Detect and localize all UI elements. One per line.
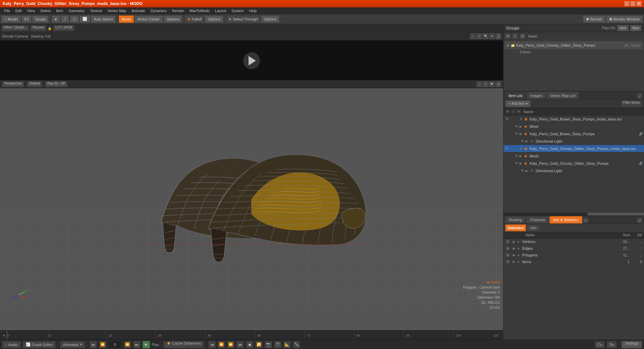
transport-record[interactable]: ⏺ <box>246 341 253 348</box>
item-eye-icon[interactable]: 👁 <box>514 154 519 158</box>
pass-new-btn[interactable]: New <box>617 25 629 31</box>
toolbar-render-btn[interactable]: ◉ Render <box>583 15 605 23</box>
co-btn[interactable]: Co <box>595 341 605 348</box>
preview-icon-3[interactable]: 🔍 <box>483 34 488 39</box>
item-row[interactable]: 👁 ▶ ◉ Katy_Perry_Gold_Brown_Sissy_Pumps … <box>503 130 644 138</box>
item-list-vis-icon[interactable]: 👁 <box>505 109 510 114</box>
menu-item[interactable]: Item <box>53 8 66 13</box>
stats-add-edges[interactable]: + <box>505 246 510 251</box>
transport-next-btn[interactable]: ⏩ <box>124 341 131 348</box>
timeline[interactable]: ◀ 0 10 24 36 48 60 <box>0 330 503 340</box>
groups-new-btn[interactable]: New <box>630 25 641 31</box>
transport-extra-5[interactable]: 📷 <box>265 341 272 348</box>
animated-btn[interactable]: Animated ▾ <box>60 341 85 348</box>
item-expand-icon[interactable]: ▼ <box>520 147 524 150</box>
transport-end-btn[interactable]: ⏭ <box>133 341 141 348</box>
toolbar-auto-select[interactable]: Auto Select <box>91 15 116 23</box>
transport-extra-6[interactable]: 🎬 <box>274 341 281 348</box>
stats-expand-polygons[interactable]: ▶ <box>513 253 517 257</box>
preview-canvas[interactable] <box>0 40 503 81</box>
viewport-perspective-btn[interactable]: Perspective <box>2 81 24 87</box>
tab-vertex-map-list[interactable]: Vertex Map List <box>546 92 579 99</box>
menu-select[interactable]: Select <box>38 8 53 13</box>
menu-texture[interactable]: Texture <box>88 8 105 13</box>
transport-extra-8[interactable]: 🔧 <box>293 341 300 348</box>
item-expand-icon[interactable]: ▶ <box>526 140 530 143</box>
tab-images[interactable]: Images <box>527 92 546 99</box>
item-row[interactable]: 👁 ▶ ◉ Mesh <box>503 123 644 130</box>
item-eye-icon[interactable]: 👁 <box>514 124 519 129</box>
transport-loop[interactable]: 🔁 <box>255 341 263 348</box>
item-expand-icon[interactable]: ▶ <box>520 162 524 165</box>
group-expand-icon[interactable]: ▶ <box>507 44 509 47</box>
audio-btn[interactable]: ♪ Audio <box>2 341 21 348</box>
menu-animate[interactable]: Animate <box>129 8 148 13</box>
cache-deformers-btn[interactable]: ⚡ Cache Deformers <box>163 341 204 348</box>
viewport-raygl-btn[interactable]: Ray GL: Off <box>45 81 67 87</box>
add-item-btn[interactable]: + Add Item ▾ <box>505 100 531 107</box>
menu-edit[interactable]: Edit <box>13 8 24 13</box>
transport-extra-2[interactable]: ⏪ <box>218 341 225 348</box>
menu-file[interactable]: File <box>1 8 13 13</box>
item-expand-icon[interactable]: ▶ <box>520 154 524 158</box>
transport-extra-7[interactable]: 📐 <box>283 341 291 348</box>
toolbar-f2-btn[interactable]: F2 <box>21 15 32 23</box>
toolbar-select-polys[interactable]: ◻ <box>70 15 79 23</box>
item-list-expand-all-icon[interactable]: + <box>511 109 516 114</box>
preview-icon-2[interactable]: ↺ <box>477 34 482 39</box>
stats-row-polygons[interactable]: + ▶ ▶ Polygons 11... ... <box>503 252 644 259</box>
item-row[interactable]: 👁 ▶ ☀ Directional Light <box>503 138 644 145</box>
item-list-scrollbar-thumb[interactable] <box>588 213 644 215</box>
menu-help[interactable]: Help <box>247 8 260 13</box>
item-row[interactable]: 👁 ▼ ▣ Katy_Perry_Gold_Brown_Sissy_Pumps_… <box>503 115 644 123</box>
item-list-scrollbar[interactable] <box>503 213 644 215</box>
item-eye-icon[interactable]: 👁 <box>520 168 525 173</box>
menu-maxtomode[interactable]: MaxToModo <box>187 8 212 13</box>
toolbar-model-icon[interactable]: ⌂ Model <box>1 15 21 23</box>
item-eye-icon[interactable]: 👁 <box>505 117 509 121</box>
viewport-settings-icon[interactable]: ⚙ <box>496 82 501 87</box>
stats-expand-edges[interactable]: ▶ <box>513 247 517 250</box>
minimize-button[interactable]: − <box>625 1 629 6</box>
viewport-default-btn[interactable]: Default <box>27 81 42 87</box>
filter-items-input[interactable]: Filter Items <box>621 100 642 107</box>
restore-button[interactable]: □ <box>631 1 635 6</box>
toolbar-options-2-btn[interactable]: Options <box>205 15 223 23</box>
groups-settings-icon[interactable]: ⚙ <box>520 33 526 39</box>
panel-expand-btn[interactable]: ⤢ <box>637 217 643 223</box>
frame-input[interactable] <box>108 341 122 348</box>
toolbar-options-1-btn[interactable]: Options <box>164 15 182 23</box>
preview-icon-5[interactable]: ❯ <box>496 34 501 39</box>
tab-channels[interactable]: Channels <box>526 216 549 223</box>
item-eye-icon[interactable]: 👁 <box>514 161 519 166</box>
preview-effect-btn[interactable]: Effect: (Shadi... <box>1 25 29 31</box>
transport-extra-3[interactable]: ⏩ <box>227 341 234 348</box>
toolbar-falloff-radio[interactable]: Falloff <box>185 15 204 23</box>
stats-add-items[interactable]: + <box>505 259 510 264</box>
tab-info-statistics[interactable]: Info & Statistics <box>549 216 582 223</box>
settings-btn[interactable]: Settings <box>621 341 642 348</box>
toolbar-options-3-btn[interactable]: Options <box>261 15 280 23</box>
stats-add-vertices[interactable]: + <box>505 239 510 244</box>
viewport-home-icon[interactable]: ⌂ <box>477 82 482 87</box>
preview-lut-btn[interactable]: LUT: sRGB <box>53 25 74 31</box>
groups-add-icon[interactable]: + <box>512 33 518 39</box>
item-expand-icon[interactable]: ▶ <box>520 125 524 128</box>
item-eye-icon[interactable]: 👁 <box>520 139 525 144</box>
item-expand-icon[interactable]: ▶ <box>520 132 524 136</box>
item-row[interactable]: 👁 ▶ ◉ Katy_Perry_Gold_Chunky_Glitter_Sis… <box>503 160 644 167</box>
stats-expand-items[interactable]: ▶ <box>513 260 517 263</box>
menu-geometry[interactable]: Geometry <box>66 8 87 13</box>
stats-expand-vertices[interactable]: ▶ <box>513 240 517 243</box>
transport-extra-4[interactable]: ⏭ <box>236 341 244 348</box>
toolbar-select-through-radio[interactable]: Select Through <box>226 15 260 23</box>
toolbar-items-btn[interactable]: Items <box>119 15 134 23</box>
item-list-content[interactable]: 👁 ▼ ▣ Katy_Perry_Gold_Brown_Sissy_Pumps_… <box>503 115 644 213</box>
item-row[interactable]: 👁 ▼ ▣ Katy_Perry_Gold_Chunky_Glitter_Sis… <box>503 145 644 152</box>
de-btn[interactable]: De <box>607 341 617 348</box>
stats-row-edges[interactable]: + ▶ ▶ Edges 27... ... <box>503 245 644 252</box>
menu-vertex-map[interactable]: Vertex Map <box>105 8 129 13</box>
toolbar-sculpt-btn[interactable]: Sculpt <box>32 15 49 23</box>
stats-row-vertices[interactable]: + ▶ ▶ Vertices 16... ... <box>503 239 644 245</box>
item-expand-icon[interactable]: ▶ <box>526 169 530 172</box>
